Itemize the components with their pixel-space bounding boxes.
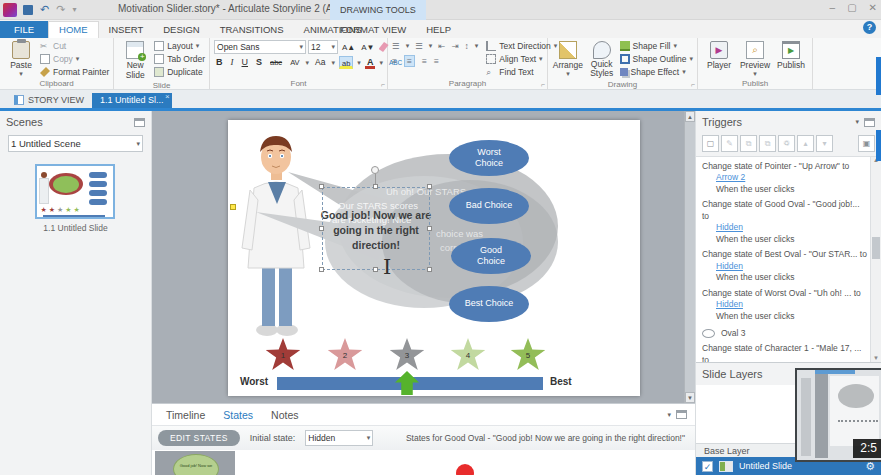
char-spacing-button[interactable]: AV — [288, 56, 301, 69]
tab-states[interactable]: States — [223, 409, 253, 421]
video-pip-overlay[interactable]: 2:5 — [795, 368, 881, 462]
resize-handle-ne[interactable] — [427, 184, 432, 189]
qat-caret-icon[interactable]: ▾ — [72, 5, 76, 14]
align-center-icon[interactable]: ≡ — [404, 55, 415, 67]
grow-font-button[interactable]: A▲ — [340, 41, 357, 54]
line-spacing-icon[interactable]: ↕ — [465, 41, 469, 51]
edit-states-button[interactable]: EDIT STATES — [158, 430, 240, 446]
align-left-icon[interactable]: ≡ — [392, 56, 397, 66]
manage-variables-icon[interactable]: ▣ — [858, 135, 875, 152]
new-trigger-icon[interactable]: ▢ — [702, 135, 719, 152]
font-color-button[interactable]: A — [365, 56, 376, 69]
resize-handle-w[interactable] — [319, 226, 324, 231]
triggers-list[interactable]: Change state of Pointer - "Up Arrow" to … — [696, 156, 881, 362]
scroll-up-icon[interactable]: ▲ — [685, 111, 695, 122]
tab-timeline[interactable]: Timeline — [166, 409, 205, 421]
scroll-down-icon[interactable]: ▼ — [871, 355, 881, 361]
align-right-icon[interactable]: ≡ — [422, 56, 427, 66]
layout-button[interactable]: Layout▾ — [154, 40, 205, 52]
format-painter-button[interactable]: Format Painter — [40, 66, 109, 78]
change-case-button[interactable]: Aa — [313, 56, 327, 69]
bold-button[interactable]: B — [214, 56, 225, 69]
save-icon[interactable] — [23, 5, 33, 15]
tab-order-button[interactable]: Tab Order — [154, 53, 205, 65]
panel-dock-icon[interactable] — [134, 118, 145, 127]
scene-select[interactable]: 1 Untitled Scene▾ — [8, 135, 143, 152]
preview-button[interactable]: ⌕ Preview▾ — [738, 40, 772, 78]
maximize-button[interactable]: ▢ — [847, 2, 856, 13]
trigger-item[interactable]: Change state of Best Oval - "Our STAR...… — [702, 249, 867, 283]
rotation-handle[interactable] — [371, 166, 379, 174]
tab-home[interactable]: HOME — [48, 21, 99, 38]
paste-trigger-icon[interactable]: ⧉ — [759, 135, 776, 152]
resize-handle-sw[interactable] — [319, 267, 324, 272]
trigger-item[interactable]: Change state of Character 1 - "Male 17, … — [702, 343, 867, 362]
paragraph-dialog-launcher-icon[interactable]: ⌐ — [541, 81, 545, 88]
decrease-indent-icon[interactable]: ⇤ — [438, 41, 445, 51]
trigger-item[interactable]: Change state of Good Oval - "Good job!..… — [702, 199, 867, 245]
panel-dock-icon[interactable] — [676, 410, 687, 419]
numbering-icon[interactable]: ☰ — [415, 41, 423, 51]
duplicate-button[interactable]: Duplicate — [154, 66, 205, 78]
new-slide-button[interactable]: New Slide — [118, 40, 152, 80]
resize-handle-s[interactable] — [373, 267, 378, 272]
justify-icon[interactable]: ≡ — [434, 56, 439, 66]
move-down-icon[interactable]: ▾ — [816, 135, 833, 152]
trigger-link[interactable]: Arrow 2 — [716, 172, 745, 183]
close-button[interactable]: ✕ — [869, 2, 877, 13]
tab-insert[interactable]: INSERT — [99, 22, 154, 38]
tab-help[interactable]: HELP — [416, 22, 461, 38]
trigger-link[interactable]: Hidden — [716, 222, 743, 233]
drawing-tools-contextual-tab[interactable]: DRAWING TOOLS — [330, 0, 426, 20]
trigger-link[interactable]: Hidden — [716, 261, 743, 272]
tab-notes[interactable]: Notes — [271, 409, 298, 421]
trigger-link[interactable]: Hidden — [716, 299, 743, 310]
player-button[interactable]: ▶ Player — [702, 40, 736, 70]
strikethrough-button[interactable]: abc — [268, 56, 284, 69]
tab-format[interactable]: FORMAT — [330, 22, 389, 38]
minimize-button[interactable]: – — [830, 2, 836, 13]
arrange-button[interactable]: Arrange▾ — [552, 40, 584, 78]
scrollbar-thumb[interactable] — [872, 237, 880, 259]
oval-good-choice[interactable]: Good Choice — [451, 238, 531, 274]
tail-adjust-handle[interactable] — [230, 204, 236, 210]
selection-box[interactable] — [322, 187, 430, 270]
bullets-icon[interactable]: ☰ — [392, 41, 400, 51]
resize-handle-se[interactable] — [427, 267, 432, 272]
panel-dock-icon[interactable] — [864, 118, 875, 127]
tab-design[interactable]: DESIGN — [153, 22, 209, 38]
tab-file[interactable]: FILE — [0, 21, 48, 38]
scroll-down-icon[interactable]: ▼ — [685, 392, 695, 403]
paste-button[interactable]: Paste▾ — [4, 40, 38, 78]
copy-button[interactable]: Copy▾ — [40, 53, 109, 65]
shape-effect-button[interactable]: Shape Effect▾ — [620, 66, 693, 78]
shadow-button[interactable]: S — [254, 56, 264, 69]
shrink-font-button[interactable]: A▼ — [359, 41, 376, 54]
font-family-select[interactable]: Open Sans▾ — [214, 40, 306, 54]
find-text-button[interactable]: ⌕Find Text — [486, 66, 557, 78]
panel-menu-icon[interactable]: ▾ — [855, 118, 859, 126]
text-direction-button[interactable]: Text Direction▾ — [486, 40, 557, 52]
underline-button[interactable]: U — [240, 56, 251, 69]
increase-indent-icon[interactable]: ⇥ — [451, 41, 458, 51]
italic-button[interactable]: I — [229, 56, 236, 69]
panel-menu-icon[interactable]: ▾ — [667, 411, 671, 419]
close-tab-icon[interactable]: × — [165, 92, 170, 101]
shape-fill-button[interactable]: Shape Fill▾ — [620, 40, 693, 52]
delete-trigger-icon[interactable]: ♽ — [778, 135, 795, 152]
oval-bad-choice[interactable]: Bad Choice — [449, 188, 529, 224]
resize-handle-e[interactable] — [427, 226, 432, 231]
align-text-button[interactable]: Align Text▾ — [486, 53, 557, 65]
resize-handle-n[interactable] — [373, 184, 378, 189]
font-dialog-launcher-icon[interactable]: ⌐ — [381, 81, 385, 88]
undo-icon[interactable]: ↶ — [40, 3, 49, 16]
trigger-item[interactable]: Change state of Pointer - "Up Arrow" to … — [702, 161, 867, 195]
tab-untitled-slide[interactable]: 1.1 Untitled Sl... × — [92, 93, 172, 108]
state-thumbnail[interactable]: Good job! Now we — [155, 451, 235, 475]
slide-canvas[interactable]: Uh oh! Our STARS Our STARS scores are ro… — [152, 111, 695, 403]
triggers-scrollbar[interactable]: ▲ ▼ — [870, 157, 881, 362]
copy-trigger-icon[interactable]: ⧉ — [740, 135, 757, 152]
oval-worst-choice[interactable]: Worst Choice — [449, 140, 529, 176]
slide-thumbnail[interactable]: ★★★★★ — [35, 164, 115, 219]
publish-button[interactable]: ▶ Publish — [774, 40, 808, 70]
